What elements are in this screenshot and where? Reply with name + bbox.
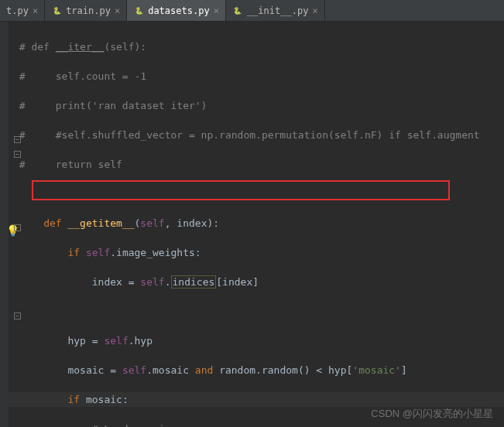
editor: − − 💡 − − # def __iter__(self): # self.c… bbox=[0, 22, 504, 427]
tab-label: t.py bbox=[6, 5, 29, 16]
close-icon[interactable]: × bbox=[115, 5, 120, 16]
tab-bar: t.py × 🐍 train.py × 🐍 datasets.py × 🐍 __… bbox=[0, 0, 504, 22]
tab-label: __init__.py bbox=[247, 5, 308, 16]
close-icon[interactable]: × bbox=[214, 5, 219, 16]
code-area[interactable]: # def __iter__(self): # self.count = -1 … bbox=[9, 22, 504, 427]
tab-datasets-py[interactable]: 🐍 datasets.py × bbox=[127, 0, 226, 21]
python-icon: 🐍 bbox=[133, 5, 144, 16]
tab-train-py[interactable]: 🐍 train.py × bbox=[45, 0, 127, 21]
python-icon: 🐍 bbox=[51, 5, 62, 16]
tab-label: datasets.py bbox=[148, 5, 209, 16]
python-icon: 🐍 bbox=[232, 5, 243, 16]
tab-t-py[interactable]: t.py × bbox=[0, 0, 45, 21]
tab-init-py[interactable]: 🐍 __init__.py × bbox=[226, 0, 325, 21]
gutter: − − 💡 − − bbox=[0, 22, 9, 427]
close-icon[interactable]: × bbox=[312, 5, 317, 16]
close-icon[interactable]: × bbox=[33, 5, 38, 16]
tab-label: train.py bbox=[66, 5, 111, 16]
